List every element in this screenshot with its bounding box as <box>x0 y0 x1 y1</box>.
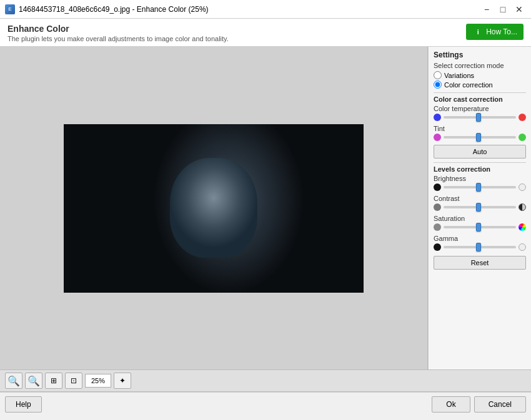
color-temperature-slider[interactable] <box>444 116 516 119</box>
color-correction-radio[interactable] <box>434 81 442 89</box>
zoom-in-button[interactable]: 🔍 <box>25 373 42 389</box>
saturation-label: Saturation <box>434 215 526 222</box>
variations-radio[interactable] <box>434 71 442 79</box>
tint-slider-container <box>434 134 526 141</box>
brightness-slider[interactable] <box>444 186 516 188</box>
tint-thumb[interactable] <box>476 133 481 142</box>
color-temperature-thumb[interactable] <box>476 113 481 122</box>
how-to-button[interactable]: i How To... <box>466 24 524 40</box>
color-temperature-label: Color temperature <box>434 105 526 112</box>
saturation-slider-container <box>434 223 526 231</box>
auto-button[interactable]: Auto <box>434 145 526 159</box>
color-correction-label[interactable]: Color correction <box>444 81 493 89</box>
plugin-name: Enhance Color <box>7 24 229 34</box>
gamma-label: Gamma <box>434 235 526 242</box>
gray-ball-icon <box>434 223 441 231</box>
how-to-label: How To... <box>486 27 517 36</box>
correction-mode-group: Variations Color correction <box>434 71 526 89</box>
maximize-button[interactable]: □ <box>496 2 510 16</box>
gamma-slider-container <box>434 243 526 251</box>
blue-ball-icon <box>434 114 441 121</box>
half-circle-contrast-icon <box>519 203 526 211</box>
gamma-slider[interactable] <box>444 246 516 248</box>
brightness-thumb[interactable] <box>476 183 481 192</box>
enhance-icon: ✦ <box>119 376 126 385</box>
variations-label[interactable]: Variations <box>444 72 474 79</box>
tint-row: Tint <box>434 125 526 141</box>
cancel-button[interactable]: Cancel <box>474 396 526 413</box>
color-temperature-slider-container <box>434 114 526 121</box>
rainbow-ball-icon <box>519 223 526 231</box>
main-content: Settings Select correction mode Variatio… <box>0 47 531 369</box>
image-area <box>0 47 428 369</box>
color-correction-radio-item[interactable]: Color correction <box>434 81 526 89</box>
brightness-slider-container <box>434 183 526 191</box>
black-ball2-icon <box>434 243 441 251</box>
contrast-slider[interactable] <box>444 206 516 208</box>
zoom-in-icon: 🔍 <box>27 375 40 387</box>
zoom-out-icon: 🔍 <box>7 375 20 387</box>
plugin-description: The plugin lets you make overall adjustm… <box>7 35 229 42</box>
zoom-100-button[interactable]: ⊡ <box>65 373 82 389</box>
reset-button[interactable]: Reset <box>434 256 526 270</box>
saturation-row: Saturation <box>434 215 526 231</box>
minimize-button[interactable]: − <box>480 2 494 16</box>
ok-button[interactable]: Ok <box>432 396 470 413</box>
zoom-input[interactable]: 25% <box>85 374 111 388</box>
help-button[interactable]: Help <box>5 396 42 413</box>
window-title: 14684453718_408e6c6c49_o.jpg - Enhance C… <box>19 5 209 14</box>
enhance-button[interactable]: ✦ <box>114 373 131 389</box>
white-ball-icon <box>519 183 526 191</box>
info-icon: i <box>472 26 484 37</box>
red-ball-icon <box>519 114 526 121</box>
green-ball-icon <box>519 134 526 141</box>
app-icon: E <box>5 4 15 14</box>
color-temperature-row: Color temperature <box>434 105 526 121</box>
correction-mode-label: Select correction mode <box>434 62 526 69</box>
brightness-row: Brightness <box>434 175 526 191</box>
image-canvas-inner <box>64 124 364 293</box>
variations-radio-item[interactable]: Variations <box>434 71 526 79</box>
magenta-ball-icon <box>434 134 441 141</box>
settings-title: Settings <box>434 51 526 59</box>
saturation-slider[interactable] <box>444 226 516 228</box>
dark-gray-ball-icon <box>434 203 441 211</box>
bottom-left: Help <box>5 396 42 413</box>
image-canvas <box>64 124 364 293</box>
contrast-row: Contrast <box>434 195 526 211</box>
contrast-thumb[interactable] <box>476 203 481 212</box>
zoom-out-button[interactable]: 🔍 <box>5 373 22 389</box>
settings-panel: Settings Select correction mode Variatio… <box>428 47 531 369</box>
contrast-slider-container <box>434 203 526 211</box>
header-text: Enhance Color The plugin lets you make o… <box>7 24 229 42</box>
actual-size-icon: ⊡ <box>71 376 77 385</box>
tint-slider[interactable] <box>444 136 516 139</box>
gamma-thumb[interactable] <box>476 243 481 252</box>
color-cast-section-header: Color cast correction <box>434 92 526 103</box>
bottom-right: Ok Cancel <box>432 396 526 413</box>
close-button[interactable]: ✕ <box>512 2 526 16</box>
saturation-thumb[interactable] <box>476 223 481 232</box>
levels-section-header: Levels correction <box>434 162 526 173</box>
brightness-label: Brightness <box>434 175 526 182</box>
header: Enhance Color The plugin lets you make o… <box>0 19 531 47</box>
title-bar-controls: − □ ✕ <box>480 2 526 16</box>
title-bar: E 14684453718_408e6c6c49_o.jpg - Enhance… <box>0 0 531 19</box>
gamma-row: Gamma <box>434 235 526 251</box>
black-ball-icon <box>434 183 441 191</box>
bottom-bar: Help Ok Cancel <box>0 392 531 416</box>
image-face-element <box>170 158 257 258</box>
toolbar: 🔍 🔍 ⊞ ⊡ 25% ✦ <box>0 369 531 392</box>
white-ball2-icon <box>519 243 526 251</box>
fit-icon: ⊞ <box>51 376 57 385</box>
fit-button[interactable]: ⊞ <box>45 373 62 389</box>
tint-label: Tint <box>434 125 526 132</box>
contrast-label: Contrast <box>434 195 526 202</box>
